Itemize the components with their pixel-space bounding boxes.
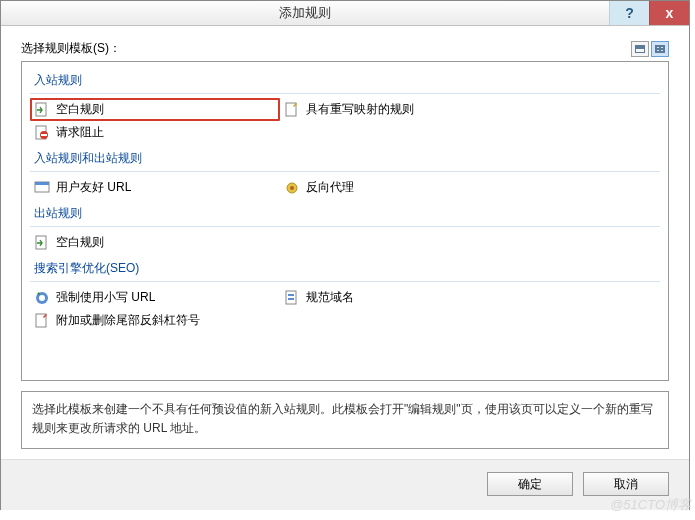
template-label: 反向代理: [306, 179, 354, 196]
force-lower-icon: [34, 290, 50, 306]
help-button[interactable]: ?: [609, 1, 649, 25]
grid-view-icon: [655, 45, 665, 53]
cancel-button[interactable]: 取消: [583, 472, 669, 496]
svg-rect-13: [288, 294, 294, 296]
titlebar: 添加规则 ? x: [1, 1, 689, 26]
template-force-lower[interactable]: 强制使用小写 URL: [30, 286, 280, 309]
trailing-slash-icon: [34, 313, 50, 329]
template-label: 规范域名: [306, 289, 354, 306]
view-list-button[interactable]: [631, 41, 649, 57]
template-label: 空白规则: [56, 234, 104, 251]
reverse-proxy-icon: [284, 180, 300, 196]
svg-rect-14: [288, 298, 294, 300]
titlebar-buttons: ? x: [609, 1, 689, 25]
list-view-icon: [635, 45, 645, 53]
svg-rect-6: [35, 182, 49, 185]
rewrite-map-icon: [284, 102, 300, 118]
template-list[interactable]: 入站规则 空白规则 具有重写映射的规则 请求阻止 入站规则和出站规则: [21, 61, 669, 381]
request-block-icon: [34, 125, 50, 141]
description-box: 选择此模板来创建一个不具有任何预设值的新入站规则。此模板会打开"编辑规则"页，使…: [21, 391, 669, 449]
template-label: 附加或删除尾部反斜杠符号: [56, 312, 200, 329]
label-row: 选择规则模板(S)：: [21, 40, 669, 57]
select-template-label: 选择规则模板(S)：: [21, 40, 631, 57]
template-label: 具有重写映射的规则: [306, 101, 414, 118]
template-label: 用户友好 URL: [56, 179, 131, 196]
canonical-icon: [284, 290, 300, 306]
template-user-friendly[interactable]: 用户友好 URL: [30, 176, 280, 199]
group-inout: 入站规则和出站规则: [30, 144, 660, 172]
template-trailing-slash[interactable]: 附加或删除尾部反斜杠符号: [30, 309, 280, 332]
svg-point-8: [290, 186, 294, 190]
ok-button[interactable]: 确定: [487, 472, 573, 496]
view-toggles: [631, 41, 669, 57]
template-request-block[interactable]: 请求阻止: [30, 121, 280, 144]
template-reverse-proxy[interactable]: 反向代理: [280, 176, 530, 199]
content-area: 选择规则模板(S)： 入站规则 空白规则 具有重写映射的规则: [1, 26, 689, 459]
template-rewrite-map[interactable]: 具有重写映射的规则: [280, 98, 530, 121]
user-friendly-icon: [34, 180, 50, 196]
dialog-title: 添加规则: [1, 4, 609, 22]
add-rule-dialog: 添加规则 ? x 选择规则模板(S)： 入站规则 空白规则 具有重写: [0, 0, 690, 510]
template-label: 请求阻止: [56, 124, 104, 141]
template-blank-rule[interactable]: 空白规则: [30, 98, 280, 121]
template-canonical[interactable]: 规范域名: [280, 286, 530, 309]
svg-rect-12: [286, 291, 296, 304]
button-row: 确定 取消: [1, 459, 689, 510]
group-inbound: 入站规则: [30, 66, 660, 94]
view-grid-button[interactable]: [651, 41, 669, 57]
blank-rule-icon: [34, 102, 50, 118]
group-seo: 搜索引擎优化(SEO): [30, 254, 660, 282]
close-button[interactable]: x: [649, 1, 689, 25]
template-blank-rule-out[interactable]: 空白规则: [30, 231, 280, 254]
svg-point-11: [39, 295, 45, 301]
group-outbound: 出站规则: [30, 199, 660, 227]
template-label: 空白规则: [56, 101, 104, 118]
template-label: 强制使用小写 URL: [56, 289, 155, 306]
blank-rule-out-icon: [34, 235, 50, 251]
svg-rect-4: [41, 134, 47, 136]
